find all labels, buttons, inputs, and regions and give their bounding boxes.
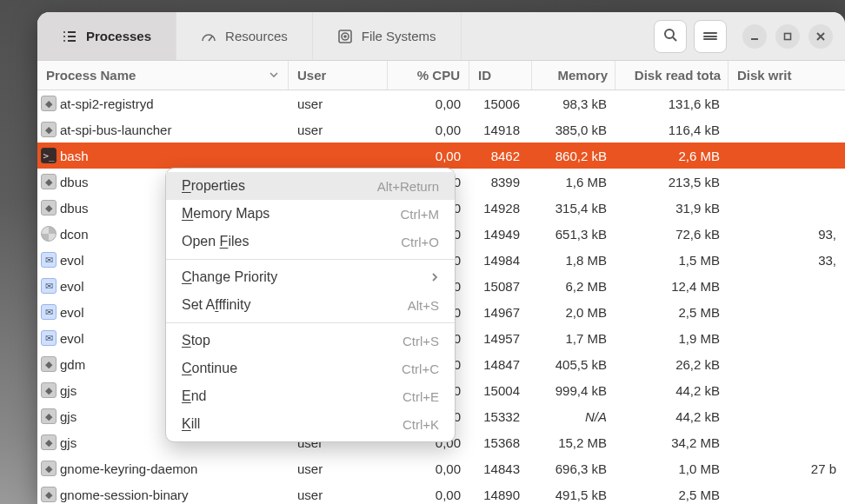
minimize-icon xyxy=(749,31,760,42)
cell-id: 14949 xyxy=(469,227,532,242)
search-icon xyxy=(663,28,677,44)
tab-label: File Systems xyxy=(362,29,436,43)
column-label: ID xyxy=(478,68,491,83)
process-icon: ✉ xyxy=(41,304,57,320)
process-name: gjs xyxy=(60,435,77,450)
cell-memory: 1,7 MB xyxy=(532,331,615,346)
menu-label: Properties xyxy=(182,178,245,194)
column-header-cpu[interactable]: % CPU xyxy=(388,61,469,90)
process-name: evol xyxy=(60,253,84,268)
menu-continue[interactable]: Continue Ctrl+C xyxy=(166,355,455,382)
cell-disk-read: 1,5 MB xyxy=(615,253,729,268)
process-name: gnome-session-binary xyxy=(60,487,189,502)
table-row[interactable]: ◆at-spi-bus-launcheruser0,0014918385,0 k… xyxy=(37,116,845,143)
cell-memory: 999,4 kB xyxy=(532,383,615,398)
cell-memory: 1,6 MB xyxy=(532,175,615,189)
menu-stop[interactable]: Stop Ctrl+S xyxy=(166,327,455,355)
menu-separator xyxy=(166,322,455,323)
tab-processes[interactable]: Processes xyxy=(37,12,176,60)
table-row[interactable]: ◆gnome-keyring-daemonuser0,0014843696,3 … xyxy=(37,455,845,481)
cell-memory: 6,2 MB xyxy=(532,279,615,294)
cell-disk-read: 44,2 kB xyxy=(615,409,729,424)
cell-id: 15004 xyxy=(469,383,532,398)
cell-memory: N/A xyxy=(532,409,615,424)
cell-disk-read: 116,4 kB xyxy=(615,123,729,137)
cell-disk-read: 2,5 MB xyxy=(615,487,729,502)
menu-kill[interactable]: Kill Ctrl+K xyxy=(166,410,455,438)
close-button[interactable] xyxy=(808,24,833,49)
cell-disk-read: 213,5 kB xyxy=(615,175,729,189)
tab-filesystems[interactable]: File Systems xyxy=(313,12,462,60)
menu-end[interactable]: End Ctrl+E xyxy=(166,382,455,410)
cell-id: 15087 xyxy=(469,279,532,294)
process-icon: ✉ xyxy=(41,252,57,268)
table-row[interactable]: >_bash0,008462860,2 kB2,6 MB xyxy=(37,143,845,169)
tab-resources[interactable]: Resources xyxy=(176,12,313,60)
menu-label: Change Priority xyxy=(182,269,277,285)
cell-disk-read: 2,5 MB xyxy=(615,305,729,320)
menu-label: Memory Maps xyxy=(182,206,269,222)
menu-change-priority[interactable]: Change Priority xyxy=(166,263,455,291)
process-icon: ✉ xyxy=(41,330,57,346)
process-name: at-spi2-registryd xyxy=(60,96,154,111)
process-icon: ✉ xyxy=(41,278,57,294)
column-header-name[interactable]: Process Name xyxy=(37,61,289,90)
cell-id: 14843 xyxy=(469,461,532,476)
disk-icon xyxy=(337,29,353,44)
column-label: Disk writ xyxy=(737,68,792,83)
column-label: % CPU xyxy=(417,68,460,83)
cell-user: user xyxy=(289,461,388,476)
tab-bar: Processes Resources File Systems xyxy=(37,12,462,60)
search-button[interactable] xyxy=(654,20,687,53)
cell-cpu: 0,00 xyxy=(388,487,469,502)
process-name: gjs xyxy=(60,409,77,424)
column-label: Process Name xyxy=(46,68,136,83)
column-header-disk-read[interactable]: Disk read tota xyxy=(615,61,729,90)
list-icon xyxy=(62,29,77,44)
menu-properties[interactable]: Properties Alt+Return xyxy=(166,172,455,200)
table-row[interactable]: ◆gnome-session-binaryuser0,0014890491,5 … xyxy=(37,481,845,504)
column-header-id[interactable]: ID xyxy=(469,61,532,90)
cell-id: 15368 xyxy=(469,435,532,450)
process-name: dcon xyxy=(60,227,89,242)
process-icon: ◆ xyxy=(41,408,57,424)
menu-set-affinity[interactable]: Set Afffinity Alt+S xyxy=(166,291,455,319)
cell-memory: 405,5 kB xyxy=(532,357,615,372)
gauge-icon xyxy=(201,29,216,44)
menu-label: Set Afffinity xyxy=(182,297,250,313)
menu-button[interactable] xyxy=(694,20,727,53)
menu-label: Kill xyxy=(182,416,200,432)
hamburger-icon xyxy=(703,31,717,42)
menu-open-files[interactable]: Open Files Ctrl+O xyxy=(166,228,455,255)
cell-disk-read: 131,6 kB xyxy=(615,96,729,111)
process-icon: ◆ xyxy=(41,174,57,189)
process-name: gjs xyxy=(60,383,77,398)
column-header-disk-write[interactable]: Disk writ xyxy=(729,61,845,90)
process-icon: ◆ xyxy=(41,382,57,398)
menu-accel: Alt+Return xyxy=(377,179,439,194)
menu-accel: Ctrl+K xyxy=(403,417,439,432)
table-row[interactable]: ◆at-spi2-registryduser0,001500698,3 kB13… xyxy=(37,90,845,116)
menu-accel: Alt+S xyxy=(408,298,439,313)
cell-id: 8399 xyxy=(469,175,532,189)
cell-id: 14890 xyxy=(469,487,532,502)
minimize-button[interactable] xyxy=(742,24,767,49)
cell-cpu: 0,00 xyxy=(388,123,469,137)
cell-cpu: 0,00 xyxy=(388,149,469,163)
cell-id: 14847 xyxy=(469,357,532,372)
maximize-button[interactable] xyxy=(775,24,800,49)
cell-id: 14984 xyxy=(469,253,532,268)
svg-point-0 xyxy=(63,31,65,33)
cell-disk-read: 2,6 MB xyxy=(615,149,729,163)
maximize-icon xyxy=(782,31,793,42)
cell-disk-write: 33, xyxy=(729,253,845,268)
svg-point-10 xyxy=(665,30,674,38)
process-icon xyxy=(41,226,57,242)
cell-memory: 860,2 kB xyxy=(532,149,615,163)
column-header-memory[interactable]: Memory xyxy=(532,61,615,90)
column-header-user[interactable]: User xyxy=(289,61,388,90)
menu-label: End xyxy=(182,388,206,404)
process-icon: ◆ xyxy=(41,122,57,137)
menu-label: Open Files xyxy=(182,234,249,249)
menu-memory-maps[interactable]: Memory Maps Ctrl+M xyxy=(166,200,455,228)
